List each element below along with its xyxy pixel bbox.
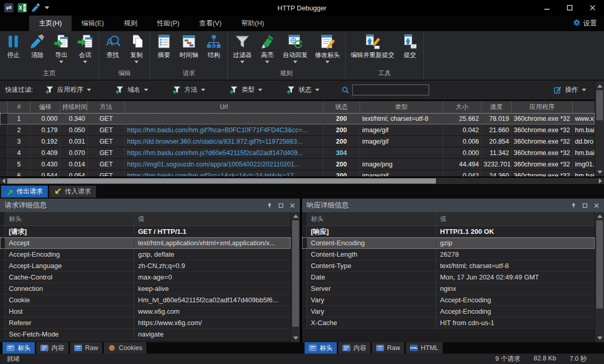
column-header-duration[interactable]: 持续时间: [60, 101, 87, 113]
column-header-name[interactable]: 标头: [5, 215, 134, 223]
excel-export-icon[interactable]: X: [18, 3, 27, 12]
column-header-speed[interactable]: 速度: [481, 101, 511, 113]
column-header-app[interactable]: 应用程序: [511, 101, 572, 113]
swap-columns-icon[interactable]: [4, 3, 13, 12]
response-panel-scrollbar[interactable]: [595, 212, 604, 342]
tab-outgoing-requests[interactable]: 传出请求: [1, 186, 48, 198]
filter-method-button[interactable]: 方法: [168, 86, 210, 94]
header-row[interactable]: Servernginx: [302, 283, 595, 295]
request-row-6[interactable]: 60.5440.054GEThttps://hm.baidu.com/hm.gi…: [0, 170, 595, 176]
find-magnifier-button[interactable]: A查找: [101, 31, 125, 65]
filter-type-button[interactable]: 类型: [225, 86, 267, 94]
scroll-down-arrow-icon[interactable]: [293, 337, 298, 340]
hscroll-thumb[interactable]: [7, 178, 436, 184]
request-tab-headers[interactable]: 标头: [3, 342, 35, 354]
settings-button[interactable]: 设置: [573, 16, 604, 31]
header-row[interactable]: Content-Encodinggzip: [302, 237, 595, 249]
response-tab-headers[interactable]: 标头: [305, 342, 337, 354]
menu-tab-rules[interactable]: 规则: [114, 16, 147, 31]
header-row[interactable]: Refererhttps://www.x6g.com/: [0, 317, 291, 329]
clear-brush-icon[interactable]: [31, 3, 40, 12]
header-row[interactable]: VaryAccept-Encoding: [302, 306, 595, 317]
header-row[interactable]: CookieHm_lvt_d60e542115f2ca02adf147d409b…: [0, 295, 291, 306]
actions-button[interactable]: 操作: [554, 86, 586, 94]
export-docs-button[interactable]: 导出: [49, 31, 73, 65]
column-header-domain[interactable]: [572, 101, 595, 113]
clear-brush-button[interactable]: 清除: [25, 31, 49, 65]
modify-headers-doc-button[interactable]: 修改标头: [311, 31, 344, 65]
filter-funnel-button[interactable]: 过滤器: [229, 31, 255, 65]
response-tab-content[interactable]: 内容: [338, 342, 370, 354]
filter-application-button[interactable]: 应用程序: [41, 86, 95, 94]
column-header-method[interactable]: 方法: [87, 101, 125, 113]
scroll-thumb[interactable]: [596, 220, 603, 309]
horizontal-scrollbar[interactable]: [0, 178, 604, 184]
header-row[interactable]: Cache-Controlmax-age=0: [0, 272, 291, 283]
response-tab-html[interactable]: HTMLHTML: [406, 342, 443, 354]
structure-tree-button[interactable]: 结构: [202, 31, 226, 65]
header-row[interactable]: [响应]HTTP/1.1 200 OK: [302, 226, 595, 237]
close-icon[interactable]: [594, 203, 599, 208]
submit-resend-button[interactable]: 提交: [398, 31, 422, 65]
stop-pause-button[interactable]: 停止: [2, 31, 25, 65]
column-header-value[interactable]: 值: [436, 212, 595, 226]
header-row[interactable]: [请求]GET / HTTP/1.1: [0, 226, 291, 237]
menu-tab-home[interactable]: 主页(H): [29, 16, 72, 31]
header-row[interactable]: Accepttext/html,application/xhtml+xml,ap…: [0, 237, 291, 249]
vscroll-thumb[interactable]: [596, 90, 603, 120]
request-row-3[interactable]: 30.1920.031GEThttps://dd.browser.360.cn/…: [0, 136, 595, 147]
request-row-5[interactable]: 50.4300.014GEThttps://img01.sogoucdn.com…: [0, 159, 595, 170]
restore-icon[interactable]: [278, 203, 284, 208]
auto-reply-globe-button[interactable]: 自动回复: [279, 31, 311, 65]
header-row[interactable]: DateMon, 17 Jun 2024 02:49:49 GMT: [302, 272, 595, 283]
request-tab-raw[interactable]: Raw: [70, 342, 102, 354]
column-header-offset[interactable]: 偏移: [30, 101, 60, 113]
header-row[interactable]: Accept-Encodinggzip, deflate: [0, 249, 291, 260]
scroll-up-arrow-icon[interactable]: [597, 85, 602, 88]
scroll-left-arrow-icon[interactable]: [2, 178, 5, 184]
column-header-type[interactable]: 类型: [360, 101, 443, 113]
summary-list-button[interactable]: 摘要: [152, 31, 176, 65]
tab-incoming-requests[interactable]: 传入请求: [49, 186, 96, 198]
pin-icon[interactable]: [571, 203, 576, 208]
request-tab-cookies[interactable]: Cookies: [104, 342, 146, 354]
column-header-status[interactable]: 状态: [323, 101, 360, 113]
minimize-button[interactable]: [536, 0, 558, 16]
request-row-4[interactable]: 40.4090.070GEThttps://hm.baidu.com/hm.js…: [0, 147, 595, 159]
menu-tab-edit[interactable]: 编辑(E): [72, 16, 114, 31]
scroll-right-arrow-icon[interactable]: [599, 178, 602, 184]
edit-resubmit-button[interactable]: 编辑并重新提交: [347, 31, 398, 65]
maximize-button[interactable]: [558, 0, 581, 16]
column-header-num[interactable]: #: [7, 101, 30, 113]
restore-icon[interactable]: [582, 203, 588, 208]
column-header-size[interactable]: 大小: [443, 101, 481, 113]
column-header-name[interactable]: 标头: [307, 215, 436, 223]
scroll-up-arrow-icon[interactable]: [597, 215, 602, 218]
close-button[interactable]: [581, 0, 604, 16]
menu-tab-view[interactable]: 查看(V): [189, 16, 231, 31]
request-panel-scrollbar[interactable]: [291, 212, 300, 342]
header-row[interactable]: Accept-Languagezh-CN,zh;q=0.9: [0, 260, 291, 272]
filter-status-button[interactable]: 状态: [282, 86, 324, 94]
timeline-gantt-button[interactable]: 时间轴: [176, 31, 202, 65]
close-icon[interactable]: [290, 203, 295, 208]
scroll-thumb[interactable]: [292, 220, 299, 327]
copy-pages-button[interactable]: 复制: [125, 31, 148, 65]
scroll-down-arrow-icon[interactable]: [597, 337, 602, 340]
request-row-2[interactable]: 20.1790.050GEThttps://hm.baidu.com/hm.gi…: [0, 124, 595, 136]
header-row[interactable]: Hostwww.x6g.com: [0, 306, 291, 317]
filter-domain-button[interactable]: 域名: [111, 86, 153, 94]
header-row[interactable]: Content-Length26278: [302, 249, 595, 260]
menu-tab-performance[interactable]: 性能(P): [147, 16, 189, 31]
scroll-up-arrow-icon[interactable]: [293, 215, 298, 218]
highlight-pen-button[interactable]: 高亮: [255, 31, 279, 65]
request-row-1[interactable]: 10.0000.340GET200text/html; charset=utf-…: [0, 113, 595, 124]
header-row[interactable]: X-CacheHIT from cdn-us-1: [302, 317, 595, 329]
request-tab-content[interactable]: 内容: [36, 342, 68, 354]
pin-icon[interactable]: [267, 203, 272, 208]
grid-vertical-scrollbar[interactable]: [595, 82, 604, 176]
header-row[interactable]: Sec-Fetch-Modenavigate: [0, 329, 291, 340]
header-row[interactable]: Content-Typetext/html; charset=utf-8: [302, 260, 595, 272]
session-docs-button[interactable]: 会话: [73, 31, 97, 65]
search-input[interactable]: [352, 85, 429, 95]
